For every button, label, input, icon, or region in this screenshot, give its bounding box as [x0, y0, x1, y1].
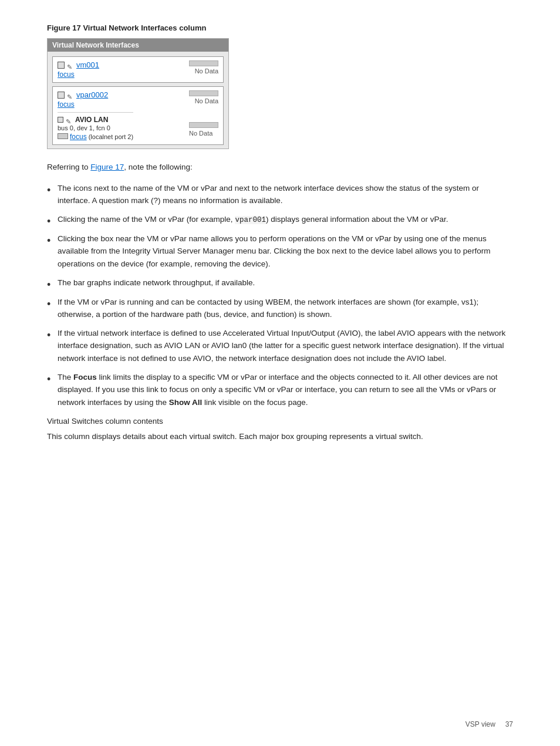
figure-header: Virtual Network Interfaces: [48, 39, 228, 52]
vm1-name-link[interactable]: vm001: [76, 60, 99, 69]
vm1-pencil-icon: [67, 62, 74, 69]
vm2-focus-link[interactable]: focus: [58, 100, 133, 109]
bullet-5: • If the VM or vPar is running and can b…: [47, 296, 513, 321]
bullet-7: • The Focus link limits the display to a…: [47, 371, 513, 409]
bullet-6: • If the virtual network interface is de…: [47, 327, 513, 365]
bullet-1: • The icons next to the name of the VM o…: [47, 182, 513, 207]
virtual-switches-body: This column displays details about each …: [47, 430, 513, 443]
avio-bar: [189, 122, 218, 128]
bullet-dot-4: •: [47, 279, 52, 290]
vm-entry-2: vpar0002 focus AVIO LAN bus 0, dev 1, fc…: [52, 86, 224, 145]
vm2-checkbox-icon: [58, 92, 65, 99]
bullet-dot-7: •: [47, 374, 52, 384]
avio-no-data: No Data: [189, 130, 212, 137]
vm1-checkbox-icon: [58, 62, 65, 69]
vm1-bar: [189, 60, 218, 66]
bullet-4-text: The bar graphs indicate network throughp…: [58, 276, 255, 289]
bullet-dot-6: •: [47, 330, 52, 340]
bullet-dot-1: •: [47, 185, 52, 195]
bullet-1-text: The icons next to the name of the VM or …: [58, 182, 513, 207]
avio-focus-suffix: (localnet port 2): [89, 133, 133, 140]
bullet-2: • Clicking the name of the VM or vPar (f…: [47, 213, 513, 227]
bullet-5-text: If the VM or vPar is running and can be …: [58, 296, 513, 321]
avio-subtext: bus 0, dev 1, fcn 0: [58, 124, 133, 131]
bullet-4: • The bar graphs indicate network throug…: [47, 276, 513, 290]
avio-small-icon: [58, 133, 68, 139]
vm1-focus-link[interactable]: focus: [58, 70, 99, 79]
vm2-pencil-icon: [67, 92, 74, 99]
avio-name: AVIO LAN: [75, 116, 108, 124]
bullet-dot-2: •: [47, 216, 52, 227]
bullet-2-text: Clicking the name of the VM or vPar (for…: [58, 213, 448, 226]
bullet-dot-5: •: [47, 299, 52, 309]
bullet-list: • The icons next to the name of the VM o…: [47, 182, 513, 409]
avio-checkbox-icon: [58, 117, 63, 123]
vm-entry-1: vm001 focus No Data: [52, 56, 224, 83]
avio-entry: AVIO LAN bus 0, dev 1, fcn 0 focus (loca…: [58, 112, 133, 141]
footer-label: VSP view: [465, 720, 495, 728]
footer: VSP view 37: [465, 720, 513, 728]
bullet-3: • Clicking the box near the VM or vPar n…: [47, 232, 513, 271]
bullet-6-text: If the virtual network interface is defi…: [58, 327, 513, 365]
vm1-no-data: No Data: [195, 67, 218, 75]
vm2-bar: [189, 90, 218, 96]
footer-page: 37: [505, 720, 513, 728]
referring-paragraph: Referring to Figure 17, note the followi…: [47, 161, 513, 174]
figure-box: Virtual Network Interfaces vm001 focus N…: [47, 38, 229, 149]
vm2-no-data: No Data: [195, 97, 218, 104]
avio-pencil-icon: [66, 116, 73, 123]
bullet-dot-3: •: [47, 235, 52, 246]
vm2-name-link[interactable]: vpar0002: [76, 90, 108, 99]
bullet-3-text: Clicking the box near the VM or vPar nam…: [58, 232, 513, 271]
virtual-switches-heading: Virtual Switches column contents: [47, 417, 513, 426]
figure17-link[interactable]: Figure 17: [90, 163, 124, 171]
avio-focus-link[interactable]: focus: [70, 133, 87, 141]
bullet-7-text: The Focus link limits the display to a s…: [58, 371, 513, 409]
figure-title: Figure 17 Virtual Network Interfaces col…: [47, 23, 513, 32]
